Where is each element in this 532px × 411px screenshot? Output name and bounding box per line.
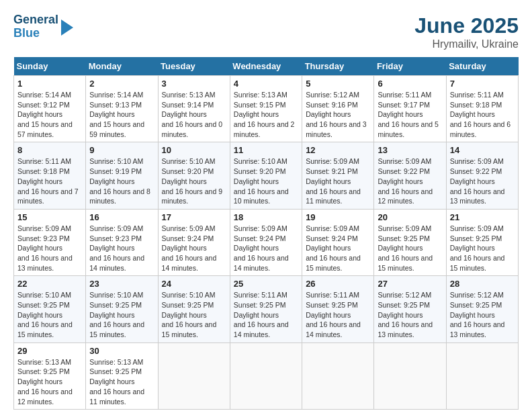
- day-detail: Sunrise: 5:09 AMSunset: 9:24 PMDaylight …: [306, 224, 361, 272]
- day-number: 19: [306, 212, 370, 222]
- header: GeneralBlue June 2025 Hrymailiv, Ukraine: [13, 13, 519, 50]
- day-detail: Sunrise: 5:10 AMSunset: 9:25 PMDaylight …: [17, 291, 73, 338]
- calendar-header-friday: Friday: [374, 57, 446, 76]
- calendar-header-sunday: Sunday: [14, 57, 86, 76]
- title-area: June 2025 Hrymailiv, Ukraine: [414, 13, 519, 50]
- calendar-header-monday: Monday: [86, 57, 158, 76]
- calendar-week-row: 8 Sunrise: 5:11 AMSunset: 9:18 PMDayligh…: [14, 142, 519, 209]
- day-detail: Sunrise: 5:10 AMSunset: 9:25 PMDaylight …: [89, 291, 144, 338]
- day-number: 9: [89, 145, 154, 155]
- day-number: 1: [17, 79, 82, 89]
- calendar-week-row: 15 Sunrise: 5:09 AMSunset: 9:23 PMDaylig…: [14, 209, 519, 275]
- day-number: 2: [89, 79, 154, 89]
- day-number: 18: [234, 212, 298, 222]
- day-detail: Sunrise: 5:11 AMSunset: 9:25 PMDaylight …: [234, 291, 289, 338]
- day-detail: Sunrise: 5:14 AMSunset: 9:13 PMDaylight …: [89, 91, 144, 138]
- day-detail: Sunrise: 5:10 AMSunset: 9:20 PMDaylight …: [162, 157, 223, 205]
- day-number: 17: [162, 212, 226, 222]
- month-title: June 2025: [414, 13, 519, 38]
- day-detail: Sunrise: 5:10 AMSunset: 9:20 PMDaylight …: [234, 157, 289, 205]
- location-subtitle: Hrymailiv, Ukraine: [414, 38, 519, 50]
- calendar-cell: 7 Sunrise: 5:11 AMSunset: 9:18 PMDayligh…: [446, 76, 518, 142]
- calendar-cell: 30 Sunrise: 5:13 AMSunset: 9:25 PMDaylig…: [86, 342, 158, 409]
- calendar-cell: 24 Sunrise: 5:10 AMSunset: 9:25 PMDaylig…: [158, 276, 230, 342]
- day-detail: Sunrise: 5:09 AMSunset: 9:23 PMDaylight …: [17, 224, 73, 272]
- calendar-cell: 19 Sunrise: 5:09 AMSunset: 9:24 PMDaylig…: [302, 209, 374, 275]
- calendar-cell: [446, 342, 518, 409]
- day-detail: Sunrise: 5:12 AMSunset: 9:16 PMDaylight …: [306, 91, 367, 138]
- day-number: 28: [450, 279, 515, 289]
- day-detail: Sunrise: 5:13 AMSunset: 9:25 PMDaylight …: [89, 358, 144, 406]
- day-detail: Sunrise: 5:12 AMSunset: 9:25 PMDaylight …: [378, 291, 433, 338]
- day-detail: Sunrise: 5:09 AMSunset: 9:25 PMDaylight …: [450, 224, 505, 272]
- calendar-cell: 6 Sunrise: 5:11 AMSunset: 9:17 PMDayligh…: [374, 76, 446, 142]
- day-detail: Sunrise: 5:09 AMSunset: 9:22 PMDaylight …: [378, 157, 433, 205]
- day-number: 16: [89, 212, 154, 222]
- calendar-cell: 29 Sunrise: 5:13 AMSunset: 9:25 PMDaylig…: [14, 342, 86, 409]
- calendar-cell: 11 Sunrise: 5:10 AMSunset: 9:20 PMDaylig…: [230, 142, 302, 209]
- calendar-cell: 23 Sunrise: 5:10 AMSunset: 9:25 PMDaylig…: [86, 276, 158, 342]
- day-number: 23: [89, 279, 154, 289]
- day-detail: Sunrise: 5:11 AMSunset: 9:25 PMDaylight …: [306, 291, 361, 338]
- day-number: 25: [234, 279, 298, 289]
- calendar-week-row: 29 Sunrise: 5:13 AMSunset: 9:25 PMDaylig…: [14, 342, 519, 409]
- calendar-header-tuesday: Tuesday: [158, 57, 230, 76]
- day-detail: Sunrise: 5:13 AMSunset: 9:25 PMDaylight …: [17, 358, 73, 406]
- calendar-body: 1 Sunrise: 5:14 AMSunset: 9:12 PMDayligh…: [14, 76, 519, 410]
- calendar-header-thursday: Thursday: [302, 57, 374, 76]
- logo-text: GeneralBlue: [13, 13, 58, 40]
- day-number: 21: [450, 212, 515, 222]
- day-number: 20: [378, 212, 442, 222]
- day-number: 5: [306, 79, 370, 89]
- calendar-cell: 1 Sunrise: 5:14 AMSunset: 9:12 PMDayligh…: [14, 76, 86, 142]
- day-number: 12: [306, 145, 370, 155]
- logo-arrow-icon: [61, 19, 73, 36]
- day-number: 8: [17, 145, 82, 155]
- calendar-cell: 5 Sunrise: 5:12 AMSunset: 9:16 PMDayligh…: [302, 76, 374, 142]
- day-number: 11: [234, 145, 298, 155]
- calendar-header-wednesday: Wednesday: [230, 57, 302, 76]
- day-number: 4: [234, 79, 298, 89]
- calendar-cell: 18 Sunrise: 5:09 AMSunset: 9:24 PMDaylig…: [230, 209, 302, 275]
- calendar-cell: 3 Sunrise: 5:13 AMSunset: 9:14 PMDayligh…: [158, 76, 230, 142]
- day-detail: Sunrise: 5:12 AMSunset: 9:25 PMDaylight …: [450, 291, 505, 338]
- calendar-cell: 27 Sunrise: 5:12 AMSunset: 9:25 PMDaylig…: [374, 276, 446, 342]
- day-detail: Sunrise: 5:09 AMSunset: 9:22 PMDaylight …: [450, 157, 505, 205]
- day-number: 24: [162, 279, 226, 289]
- calendar-cell: [302, 342, 374, 409]
- calendar-cell: 21 Sunrise: 5:09 AMSunset: 9:25 PMDaylig…: [446, 209, 518, 275]
- calendar-cell: [374, 342, 446, 409]
- calendar-table: SundayMondayTuesdayWednesdayThursdayFrid…: [13, 57, 519, 410]
- day-detail: Sunrise: 5:11 AMSunset: 9:18 PMDaylight …: [450, 91, 511, 138]
- calendar-week-row: 1 Sunrise: 5:14 AMSunset: 9:12 PMDayligh…: [14, 76, 519, 142]
- day-detail: Sunrise: 5:13 AMSunset: 9:14 PMDaylight …: [162, 91, 223, 138]
- day-number: 7: [450, 79, 515, 89]
- day-number: 22: [17, 279, 82, 289]
- calendar-cell: 12 Sunrise: 5:09 AMSunset: 9:21 PMDaylig…: [302, 142, 374, 209]
- calendar-cell: 8 Sunrise: 5:11 AMSunset: 9:18 PMDayligh…: [14, 142, 86, 209]
- day-detail: Sunrise: 5:13 AMSunset: 9:15 PMDaylight …: [234, 91, 295, 138]
- day-detail: Sunrise: 5:09 AMSunset: 9:25 PMDaylight …: [378, 224, 433, 272]
- day-number: 15: [17, 212, 82, 222]
- calendar-header-row: SundayMondayTuesdayWednesdayThursdayFrid…: [14, 57, 519, 76]
- calendar-cell: 14 Sunrise: 5:09 AMSunset: 9:22 PMDaylig…: [446, 142, 518, 209]
- calendar-cell: 15 Sunrise: 5:09 AMSunset: 9:23 PMDaylig…: [14, 209, 86, 275]
- day-detail: Sunrise: 5:09 AMSunset: 9:24 PMDaylight …: [234, 224, 289, 272]
- calendar-cell: 28 Sunrise: 5:12 AMSunset: 9:25 PMDaylig…: [446, 276, 518, 342]
- day-detail: Sunrise: 5:09 AMSunset: 9:24 PMDaylight …: [162, 224, 217, 272]
- day-detail: Sunrise: 5:10 AMSunset: 9:19 PMDaylight …: [89, 157, 150, 205]
- day-detail: Sunrise: 5:10 AMSunset: 9:25 PMDaylight …: [162, 291, 217, 338]
- day-detail: Sunrise: 5:11 AMSunset: 9:18 PMDaylight …: [17, 157, 79, 205]
- calendar-week-row: 22 Sunrise: 5:10 AMSunset: 9:25 PMDaylig…: [14, 276, 519, 342]
- day-number: 3: [162, 79, 226, 89]
- day-number: 13: [378, 145, 442, 155]
- day-number: 10: [162, 145, 226, 155]
- calendar-cell: 4 Sunrise: 5:13 AMSunset: 9:15 PMDayligh…: [230, 76, 302, 142]
- calendar-header-saturday: Saturday: [446, 57, 518, 76]
- day-number: 27: [378, 279, 442, 289]
- calendar-cell: 13 Sunrise: 5:09 AMSunset: 9:22 PMDaylig…: [374, 142, 446, 209]
- calendar-cell: 17 Sunrise: 5:09 AMSunset: 9:24 PMDaylig…: [158, 209, 230, 275]
- calendar-cell: 20 Sunrise: 5:09 AMSunset: 9:25 PMDaylig…: [374, 209, 446, 275]
- day-number: 6: [378, 79, 442, 89]
- calendar-cell: 2 Sunrise: 5:14 AMSunset: 9:13 PMDayligh…: [86, 76, 158, 142]
